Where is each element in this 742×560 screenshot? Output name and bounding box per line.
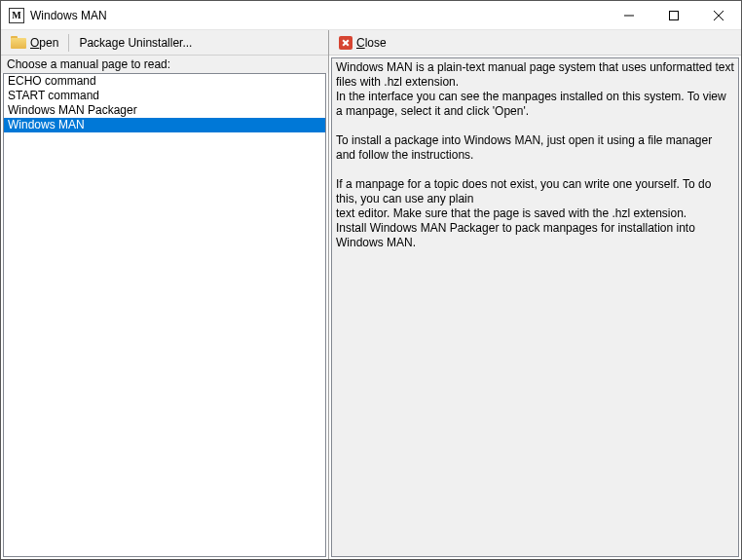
left-toolbar: Open Package Uninstaller...: [1, 30, 328, 56]
close-page-label: Close: [356, 36, 387, 50]
app-icon: M: [9, 8, 24, 23]
prompt-label: Choose a manual page to read:: [1, 56, 328, 73]
package-uninstaller-button[interactable]: Package Uninstaller...: [75, 34, 196, 52]
close-icon: [339, 36, 352, 50]
open-button[interactable]: Open: [7, 34, 62, 52]
toolbar-separator: [68, 34, 69, 52]
list-item[interactable]: Windows MAN Packager: [4, 103, 325, 118]
close-page-button[interactable]: Close: [335, 34, 390, 52]
titlebar: M Windows MAN: [1, 1, 741, 30]
folder-open-icon: [11, 36, 26, 50]
svg-rect-1: [670, 11, 679, 19]
window-controls: [607, 1, 741, 29]
list-item[interactable]: ECHO command: [4, 74, 325, 89]
package-uninstaller-label: Package Uninstaller...: [79, 36, 192, 50]
maximize-button[interactable]: [651, 1, 696, 29]
right-toolbar: Close: [329, 30, 741, 56]
open-button-label: Open: [30, 36, 58, 50]
manual-page-list[interactable]: ECHO commandSTART commandWindows MAN Pac…: [3, 73, 326, 557]
right-panel: Close Windows MAN is a plain-text manual…: [329, 30, 741, 559]
list-item[interactable]: Windows MAN: [4, 118, 325, 132]
minimize-button[interactable]: [607, 1, 651, 29]
left-panel: Open Package Uninstaller... Choose a man…: [1, 30, 329, 559]
window-title: Windows MAN: [30, 9, 107, 22]
manpage-content[interactable]: Windows MAN is a plain-text manual page …: [331, 57, 739, 557]
list-item[interactable]: START command: [4, 89, 325, 103]
close-window-button[interactable]: [696, 1, 741, 29]
